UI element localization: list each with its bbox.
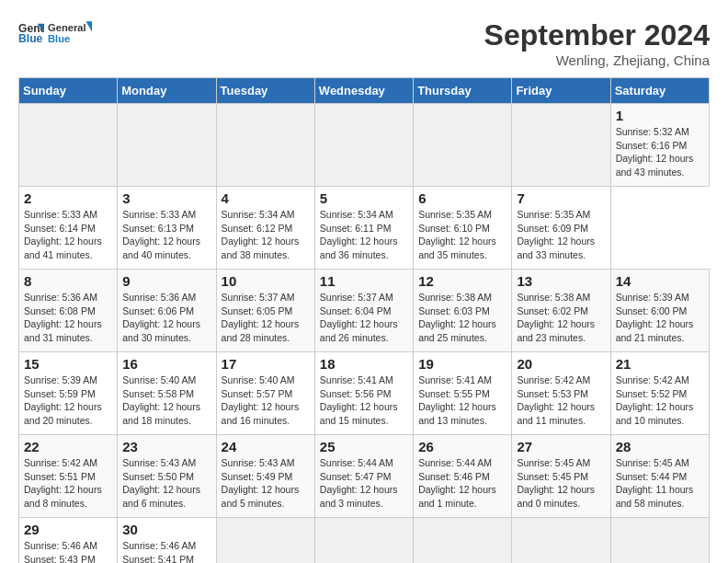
empty-cell xyxy=(216,518,314,564)
day-cell-25: 25Sunrise: 5:44 AMSunset: 5:47 PMDayligh… xyxy=(314,435,413,518)
week-row-2: 2Sunrise: 5:33 AMSunset: 6:14 PMDaylight… xyxy=(19,187,710,270)
day-info: Sunrise: 5:39 AMSunset: 5:59 PMDaylight:… xyxy=(24,373,112,428)
day-info: Sunrise: 5:32 AMSunset: 6:16 PMDaylight:… xyxy=(616,125,704,179)
day-cell-27: 27Sunrise: 5:45 AMSunset: 5:45 PMDayligh… xyxy=(512,435,610,518)
day-number: 7 xyxy=(517,190,605,206)
day-cell-21: 21Sunrise: 5:42 AMSunset: 5:52 PMDayligh… xyxy=(610,352,709,435)
svg-text:General: General xyxy=(48,22,86,33)
week-row-3: 8Sunrise: 5:36 AMSunset: 6:08 PMDaylight… xyxy=(19,270,710,352)
day-info: Sunrise: 5:45 AMSunset: 5:45 PMDaylight:… xyxy=(517,456,605,511)
empty-cell xyxy=(610,518,709,564)
day-cell-13: 13Sunrise: 5:38 AMSunset: 6:02 PMDayligh… xyxy=(512,270,610,352)
col-header-wednesday: Wednesday xyxy=(314,78,413,104)
empty-cell xyxy=(314,518,413,564)
day-cell-12: 12Sunrise: 5:38 AMSunset: 6:03 PMDayligh… xyxy=(414,270,512,352)
day-info: Sunrise: 5:45 AMSunset: 5:44 PMDaylight:… xyxy=(616,456,704,511)
day-number: 27 xyxy=(517,439,605,454)
empty-cell xyxy=(512,518,610,564)
day-number: 20 xyxy=(517,356,605,372)
col-header-monday: Monday xyxy=(118,78,216,104)
day-number: 28 xyxy=(616,439,704,454)
day-cell-1: 1Sunrise: 5:32 AMSunset: 6:16 PMDaylight… xyxy=(610,104,709,187)
day-cell-10: 10Sunrise: 5:37 AMSunset: 6:05 PMDayligh… xyxy=(216,270,314,352)
svg-text:Blue: Blue xyxy=(48,33,70,44)
empty-cell xyxy=(314,104,413,187)
generalblue-logo-svg: General Blue xyxy=(48,18,92,48)
empty-cell xyxy=(216,104,314,187)
day-number: 14 xyxy=(616,273,704,289)
day-cell-26: 26Sunrise: 5:44 AMSunset: 5:46 PMDayligh… xyxy=(414,435,512,518)
day-info: Sunrise: 5:41 AMSunset: 5:55 PMDaylight:… xyxy=(418,373,506,428)
day-number: 9 xyxy=(122,273,210,289)
day-number: 24 xyxy=(222,439,310,454)
day-info: Sunrise: 5:42 AMSunset: 5:51 PMDaylight:… xyxy=(24,456,112,511)
day-info: Sunrise: 5:33 AMSunset: 6:14 PMDaylight:… xyxy=(24,208,112,262)
day-number: 13 xyxy=(517,273,605,289)
svg-text:Blue: Blue xyxy=(18,32,43,45)
day-number: 22 xyxy=(24,439,112,454)
page-header: General Blue General Blue September 2024… xyxy=(18,18,710,68)
day-number: 23 xyxy=(122,439,210,454)
logo-icon: General Blue xyxy=(18,20,44,46)
day-info: Sunrise: 5:35 AMSunset: 6:09 PMDaylight:… xyxy=(517,208,605,262)
day-number: 25 xyxy=(320,439,408,454)
day-info: Sunrise: 5:35 AMSunset: 6:10 PMDaylight:… xyxy=(418,208,506,262)
day-info: Sunrise: 5:34 AMSunset: 6:11 PMDaylight:… xyxy=(320,208,408,262)
day-info: Sunrise: 5:42 AMSunset: 5:53 PMDaylight:… xyxy=(517,373,605,428)
week-row-6: 29Sunrise: 5:46 AMSunset: 5:43 PMDayligh… xyxy=(19,518,710,564)
day-info: Sunrise: 5:41 AMSunset: 5:56 PMDaylight:… xyxy=(320,373,408,428)
day-cell-5: 5Sunrise: 5:34 AMSunset: 6:11 PMDaylight… xyxy=(314,187,413,270)
day-number: 5 xyxy=(320,190,408,206)
day-cell-4: 4Sunrise: 5:34 AMSunset: 6:12 PMDaylight… xyxy=(216,187,314,270)
day-number: 4 xyxy=(222,190,310,206)
day-number: 29 xyxy=(24,522,112,537)
day-cell-24: 24Sunrise: 5:43 AMSunset: 5:49 PMDayligh… xyxy=(216,435,314,518)
empty-cell xyxy=(118,104,216,187)
day-cell-28: 28Sunrise: 5:45 AMSunset: 5:44 PMDayligh… xyxy=(610,435,709,518)
day-number: 10 xyxy=(222,273,310,289)
day-info: Sunrise: 5:36 AMSunset: 6:06 PMDaylight:… xyxy=(122,291,210,345)
week-row-4: 15Sunrise: 5:39 AMSunset: 5:59 PMDayligh… xyxy=(19,352,710,435)
day-number: 26 xyxy=(418,439,506,454)
week-row-1: 1Sunrise: 5:32 AMSunset: 6:16 PMDaylight… xyxy=(19,104,710,187)
day-info: Sunrise: 5:42 AMSunset: 5:52 PMDaylight:… xyxy=(616,373,704,428)
day-number: 16 xyxy=(122,356,210,372)
day-cell-7: 7Sunrise: 5:35 AMSunset: 6:09 PMDaylight… xyxy=(512,187,610,270)
col-header-sunday: Sunday xyxy=(19,78,118,104)
day-info: Sunrise: 5:46 AMSunset: 5:43 PMDaylight:… xyxy=(24,539,112,563)
day-info: Sunrise: 5:40 AMSunset: 5:58 PMDaylight:… xyxy=(122,373,210,428)
day-number: 1 xyxy=(616,108,704,123)
col-header-thursday: Thursday xyxy=(414,78,512,104)
day-info: Sunrise: 5:38 AMSunset: 6:03 PMDaylight:… xyxy=(418,291,506,345)
day-number: 6 xyxy=(418,190,506,206)
day-number: 17 xyxy=(222,356,310,372)
day-info: Sunrise: 5:40 AMSunset: 5:57 PMDaylight:… xyxy=(222,373,310,428)
day-cell-3: 3Sunrise: 5:33 AMSunset: 6:13 PMDaylight… xyxy=(118,187,216,270)
week-row-5: 22Sunrise: 5:42 AMSunset: 5:51 PMDayligh… xyxy=(19,435,710,518)
day-cell-22: 22Sunrise: 5:42 AMSunset: 5:51 PMDayligh… xyxy=(19,435,118,518)
day-cell-2: 2Sunrise: 5:33 AMSunset: 6:14 PMDaylight… xyxy=(19,187,118,270)
day-info: Sunrise: 5:44 AMSunset: 5:46 PMDaylight:… xyxy=(418,456,506,511)
day-number: 3 xyxy=(122,190,210,206)
day-info: Sunrise: 5:46 AMSunset: 5:41 PMDaylight:… xyxy=(122,539,210,563)
day-number: 12 xyxy=(418,273,506,289)
day-cell-14: 14Sunrise: 5:39 AMSunset: 6:00 PMDayligh… xyxy=(610,270,709,352)
day-number: 18 xyxy=(320,356,408,372)
day-cell-20: 20Sunrise: 5:42 AMSunset: 5:53 PMDayligh… xyxy=(512,352,610,435)
day-cell-23: 23Sunrise: 5:43 AMSunset: 5:50 PMDayligh… xyxy=(118,435,216,518)
day-info: Sunrise: 5:38 AMSunset: 6:02 PMDaylight:… xyxy=(517,291,605,345)
month-title: September 2024 xyxy=(484,18,710,52)
col-header-saturday: Saturday xyxy=(610,78,709,104)
day-info: Sunrise: 5:34 AMSunset: 6:12 PMDaylight:… xyxy=(222,208,310,262)
calendar-table: SundayMondayTuesdayWednesdayThursdayFrid… xyxy=(18,77,710,563)
day-number: 19 xyxy=(418,356,506,372)
day-cell-9: 9Sunrise: 5:36 AMSunset: 6:06 PMDaylight… xyxy=(118,270,216,352)
empty-cell xyxy=(414,104,512,187)
day-info: Sunrise: 5:37 AMSunset: 6:04 PMDaylight:… xyxy=(320,291,408,345)
day-cell-17: 17Sunrise: 5:40 AMSunset: 5:57 PMDayligh… xyxy=(216,352,314,435)
day-number: 8 xyxy=(24,273,112,289)
header-row: SundayMondayTuesdayWednesdayThursdayFrid… xyxy=(19,78,710,104)
col-header-tuesday: Tuesday xyxy=(216,78,314,104)
svg-marker-5 xyxy=(86,21,92,31)
day-cell-6: 6Sunrise: 5:35 AMSunset: 6:10 PMDaylight… xyxy=(414,187,512,270)
